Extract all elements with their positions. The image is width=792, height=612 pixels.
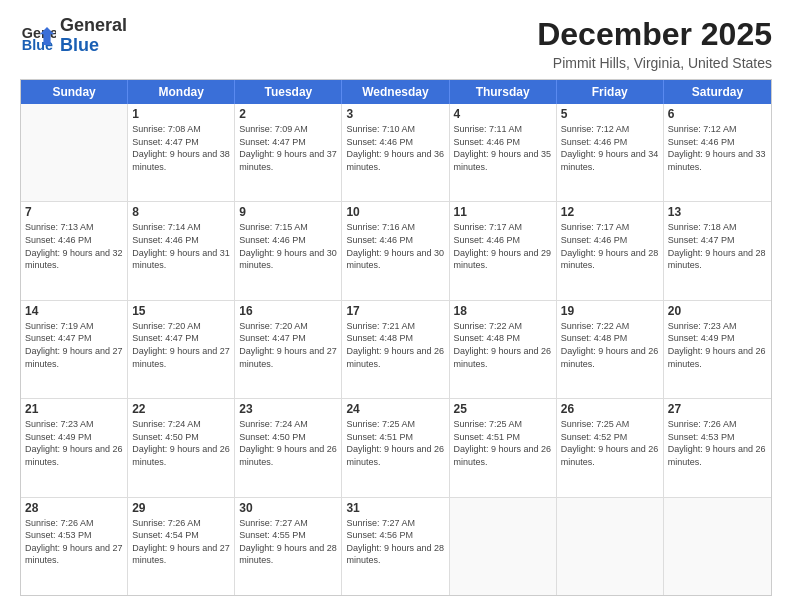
daylight-text: Daylight: 9 hours and 27 minutes. xyxy=(132,345,230,370)
cell-info: Sunrise: 7:09 AM Sunset: 4:47 PM Dayligh… xyxy=(239,123,337,173)
cell-info: Sunrise: 7:22 AM Sunset: 4:48 PM Dayligh… xyxy=(561,320,659,370)
sunset-text: Sunset: 4:55 PM xyxy=(239,529,337,542)
sunset-text: Sunset: 4:52 PM xyxy=(561,431,659,444)
day-cell-15: 15 Sunrise: 7:20 AM Sunset: 4:47 PM Dayl… xyxy=(128,301,235,398)
day-cell-22: 22 Sunrise: 7:24 AM Sunset: 4:50 PM Dayl… xyxy=(128,399,235,496)
day-cell-14: 14 Sunrise: 7:19 AM Sunset: 4:47 PM Dayl… xyxy=(21,301,128,398)
sunrise-text: Sunrise: 7:21 AM xyxy=(346,320,444,333)
day-number: 29 xyxy=(132,501,230,515)
sunset-text: Sunset: 4:46 PM xyxy=(668,136,767,149)
cell-info: Sunrise: 7:19 AM Sunset: 4:47 PM Dayligh… xyxy=(25,320,123,370)
sunset-text: Sunset: 4:46 PM xyxy=(561,136,659,149)
day-cell-26: 26 Sunrise: 7:25 AM Sunset: 4:52 PM Dayl… xyxy=(557,399,664,496)
day-number: 3 xyxy=(346,107,444,121)
day-number: 19 xyxy=(561,304,659,318)
daylight-text: Daylight: 9 hours and 26 minutes. xyxy=(561,345,659,370)
daylight-text: Daylight: 9 hours and 37 minutes. xyxy=(239,148,337,173)
sunset-text: Sunset: 4:51 PM xyxy=(454,431,552,444)
day-number: 5 xyxy=(561,107,659,121)
logo-icon: General Blue xyxy=(20,18,56,54)
cell-info: Sunrise: 7:10 AM Sunset: 4:46 PM Dayligh… xyxy=(346,123,444,173)
sunrise-text: Sunrise: 7:11 AM xyxy=(454,123,552,136)
sunset-text: Sunset: 4:46 PM xyxy=(25,234,123,247)
cell-info: Sunrise: 7:08 AM Sunset: 4:47 PM Dayligh… xyxy=(132,123,230,173)
sunset-text: Sunset: 4:47 PM xyxy=(132,136,230,149)
sunset-text: Sunset: 4:51 PM xyxy=(346,431,444,444)
cell-info: Sunrise: 7:26 AM Sunset: 4:53 PM Dayligh… xyxy=(25,517,123,567)
sunrise-text: Sunrise: 7:26 AM xyxy=(25,517,123,530)
day-cell-9: 9 Sunrise: 7:15 AM Sunset: 4:46 PM Dayli… xyxy=(235,202,342,299)
logo-text: General Blue xyxy=(60,16,127,56)
month-title: December 2025 xyxy=(537,16,772,53)
day-cell-30: 30 Sunrise: 7:27 AM Sunset: 4:55 PM Dayl… xyxy=(235,498,342,595)
day-cell-20: 20 Sunrise: 7:23 AM Sunset: 4:49 PM Dayl… xyxy=(664,301,771,398)
day-cell-8: 8 Sunrise: 7:14 AM Sunset: 4:46 PM Dayli… xyxy=(128,202,235,299)
sunset-text: Sunset: 4:49 PM xyxy=(25,431,123,444)
cell-info: Sunrise: 7:12 AM Sunset: 4:46 PM Dayligh… xyxy=(561,123,659,173)
cell-info: Sunrise: 7:17 AM Sunset: 4:46 PM Dayligh… xyxy=(454,221,552,271)
daylight-text: Daylight: 9 hours and 31 minutes. xyxy=(132,247,230,272)
day-number: 21 xyxy=(25,402,123,416)
page: General Blue General Blue December 2025 … xyxy=(0,0,792,612)
cell-info: Sunrise: 7:26 AM Sunset: 4:54 PM Dayligh… xyxy=(132,517,230,567)
sunset-text: Sunset: 4:47 PM xyxy=(239,136,337,149)
day-number: 30 xyxy=(239,501,337,515)
calendar-body: 1 Sunrise: 7:08 AM Sunset: 4:47 PM Dayli… xyxy=(21,104,771,595)
sunrise-text: Sunrise: 7:25 AM xyxy=(561,418,659,431)
sunrise-text: Sunrise: 7:19 AM xyxy=(25,320,123,333)
empty-cell-4-6 xyxy=(664,498,771,595)
day-number: 13 xyxy=(668,205,767,219)
sunrise-text: Sunrise: 7:12 AM xyxy=(668,123,767,136)
sunset-text: Sunset: 4:47 PM xyxy=(25,332,123,345)
week-row-2: 14 Sunrise: 7:19 AM Sunset: 4:47 PM Dayl… xyxy=(21,301,771,399)
sunrise-text: Sunrise: 7:17 AM xyxy=(454,221,552,234)
day-cell-25: 25 Sunrise: 7:25 AM Sunset: 4:51 PM Dayl… xyxy=(450,399,557,496)
cell-info: Sunrise: 7:21 AM Sunset: 4:48 PM Dayligh… xyxy=(346,320,444,370)
sunrise-text: Sunrise: 7:25 AM xyxy=(346,418,444,431)
daylight-text: Daylight: 9 hours and 26 minutes. xyxy=(668,443,767,468)
header-day-thursday: Thursday xyxy=(450,80,557,104)
sunrise-text: Sunrise: 7:22 AM xyxy=(454,320,552,333)
day-number: 6 xyxy=(668,107,767,121)
day-number: 2 xyxy=(239,107,337,121)
daylight-text: Daylight: 9 hours and 28 minutes. xyxy=(561,247,659,272)
sunset-text: Sunset: 4:47 PM xyxy=(668,234,767,247)
sunrise-text: Sunrise: 7:09 AM xyxy=(239,123,337,136)
day-number: 12 xyxy=(561,205,659,219)
day-cell-13: 13 Sunrise: 7:18 AM Sunset: 4:47 PM Dayl… xyxy=(664,202,771,299)
header-day-sunday: Sunday xyxy=(21,80,128,104)
sunset-text: Sunset: 4:53 PM xyxy=(25,529,123,542)
header-day-wednesday: Wednesday xyxy=(342,80,449,104)
day-cell-2: 2 Sunrise: 7:09 AM Sunset: 4:47 PM Dayli… xyxy=(235,104,342,201)
sunrise-text: Sunrise: 7:08 AM xyxy=(132,123,230,136)
daylight-text: Daylight: 9 hours and 26 minutes. xyxy=(239,443,337,468)
logo: General Blue General Blue xyxy=(20,16,127,56)
sunrise-text: Sunrise: 7:12 AM xyxy=(561,123,659,136)
sunrise-text: Sunrise: 7:15 AM xyxy=(239,221,337,234)
daylight-text: Daylight: 9 hours and 26 minutes. xyxy=(454,443,552,468)
sunrise-text: Sunrise: 7:23 AM xyxy=(668,320,767,333)
daylight-text: Daylight: 9 hours and 27 minutes. xyxy=(25,345,123,370)
daylight-text: Daylight: 9 hours and 36 minutes. xyxy=(346,148,444,173)
daylight-text: Daylight: 9 hours and 28 minutes. xyxy=(239,542,337,567)
cell-info: Sunrise: 7:25 AM Sunset: 4:52 PM Dayligh… xyxy=(561,418,659,468)
cell-info: Sunrise: 7:15 AM Sunset: 4:46 PM Dayligh… xyxy=(239,221,337,271)
sunset-text: Sunset: 4:56 PM xyxy=(346,529,444,542)
day-cell-19: 19 Sunrise: 7:22 AM Sunset: 4:48 PM Dayl… xyxy=(557,301,664,398)
daylight-text: Daylight: 9 hours and 27 minutes. xyxy=(239,345,337,370)
sunrise-text: Sunrise: 7:25 AM xyxy=(454,418,552,431)
sunset-text: Sunset: 4:46 PM xyxy=(561,234,659,247)
daylight-text: Daylight: 9 hours and 33 minutes. xyxy=(668,148,767,173)
daylight-text: Daylight: 9 hours and 27 minutes. xyxy=(132,542,230,567)
day-number: 4 xyxy=(454,107,552,121)
location: Pimmit Hills, Virginia, United States xyxy=(537,55,772,71)
cell-info: Sunrise: 7:18 AM Sunset: 4:47 PM Dayligh… xyxy=(668,221,767,271)
header-day-saturday: Saturday xyxy=(664,80,771,104)
day-number: 20 xyxy=(668,304,767,318)
cell-info: Sunrise: 7:14 AM Sunset: 4:46 PM Dayligh… xyxy=(132,221,230,271)
daylight-text: Daylight: 9 hours and 26 minutes. xyxy=(25,443,123,468)
day-cell-3: 3 Sunrise: 7:10 AM Sunset: 4:46 PM Dayli… xyxy=(342,104,449,201)
sunset-text: Sunset: 4:46 PM xyxy=(454,136,552,149)
daylight-text: Daylight: 9 hours and 30 minutes. xyxy=(346,247,444,272)
empty-cell-4-4 xyxy=(450,498,557,595)
